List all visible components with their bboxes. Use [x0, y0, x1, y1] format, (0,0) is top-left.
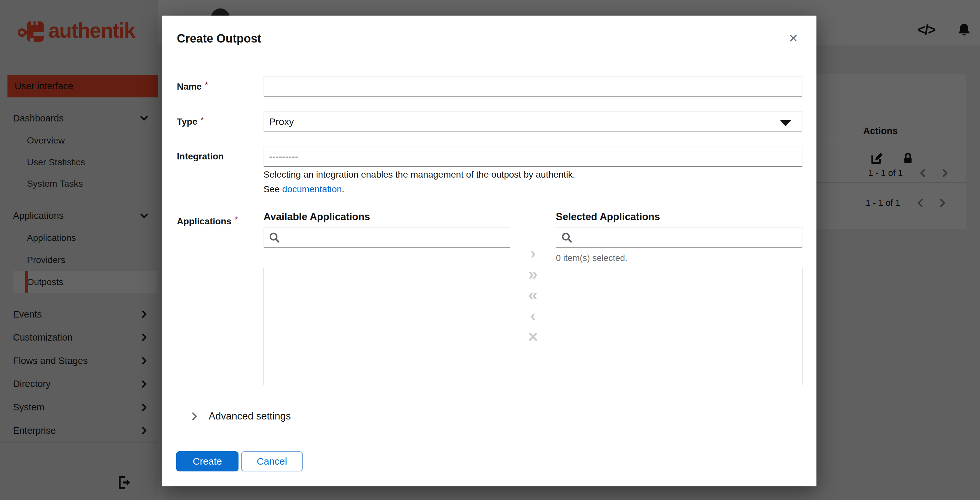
selected-search-input[interactable]: [577, 228, 798, 247]
required-marker: *: [235, 215, 238, 224]
double-chevron-right-icon: »: [528, 264, 538, 283]
available-search-input[interactable]: [285, 228, 505, 247]
integration-field[interactable]: [264, 146, 802, 167]
documentation-link[interactable]: documentation: [282, 184, 342, 194]
modal-title: Create Outpost: [177, 32, 261, 45]
move-all-left-button[interactable]: «: [528, 284, 538, 305]
chevron-left-icon: ‹: [531, 307, 536, 324]
integration-help-line2: See documentation.: [264, 184, 344, 194]
required-marker: *: [205, 80, 208, 89]
selected-count-text: 0 item(s) selected.: [556, 253, 802, 263]
available-search: [264, 227, 510, 248]
modal-footer: Create Cancel: [176, 451, 303, 471]
dual-list-controls: › » « ‹ ×: [510, 243, 556, 347]
selected-applications-panel: Selected Applications 0 item(s) selected…: [556, 211, 802, 263]
caret-down-icon: [780, 120, 791, 126]
type-label: Type*: [177, 116, 264, 127]
search-icon: [561, 231, 573, 244]
selected-applications-title: Selected Applications: [556, 211, 802, 223]
applications-label: Applications*: [177, 216, 264, 227]
clear-selection-button[interactable]: ×: [528, 326, 538, 347]
available-applications-list[interactable]: [264, 268, 510, 385]
integration-label: Integration: [177, 151, 264, 162]
close-icon[interactable]: ×: [787, 29, 800, 48]
create-button[interactable]: Create: [176, 451, 239, 471]
chevron-right-icon: [190, 412, 199, 421]
selected-applications-list[interactable]: [556, 268, 802, 385]
move-all-right-button[interactable]: »: [528, 264, 538, 284]
type-select[interactable]: Proxy: [264, 111, 802, 132]
required-marker: *: [200, 115, 204, 124]
move-right-button[interactable]: ›: [531, 243, 536, 264]
advanced-settings-label: Advanced settings: [208, 411, 291, 422]
double-chevron-left-icon: «: [528, 285, 538, 304]
search-icon: [268, 231, 281, 244]
type-select-value: Proxy: [269, 116, 294, 127]
chevron-right-icon: ›: [531, 244, 536, 262]
create-outpost-modal: Create Outpost × Name* Type* Proxy Integ…: [162, 16, 816, 486]
cancel-button[interactable]: Cancel: [241, 451, 303, 471]
selected-search: [556, 227, 802, 248]
name-label: Name*: [177, 81, 264, 92]
name-field[interactable]: [264, 76, 802, 97]
available-applications-title: Available Applications: [264, 211, 510, 223]
authentik-admin-screen: </> 1 - 1 of 1 Actions: [0, 0, 980, 500]
clear-icon: ×: [528, 326, 538, 346]
move-left-button[interactable]: ‹: [531, 305, 536, 326]
available-applications-panel: Available Applications: [264, 211, 510, 248]
integration-help-text: Selecting an integration enables the man…: [264, 169, 575, 180]
advanced-settings-toggle[interactable]: Advanced settings: [190, 411, 291, 422]
